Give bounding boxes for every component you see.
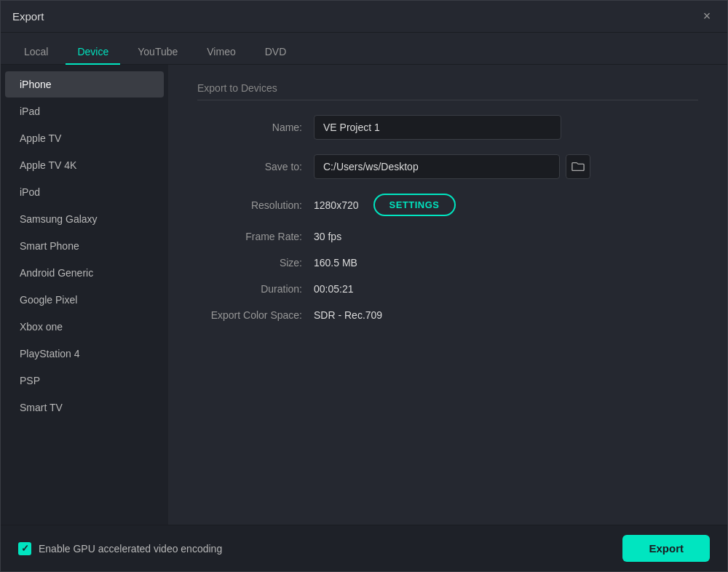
- sidebar-item-apple-tv-4k[interactable]: Apple TV 4K: [5, 152, 164, 178]
- name-row: Name:: [197, 115, 698, 140]
- sidebar-item-ipad[interactable]: iPad: [5, 98, 164, 124]
- settings-button[interactable]: SETTINGS: [373, 194, 456, 216]
- tab-vimeo[interactable]: Vimeo: [195, 40, 247, 65]
- name-input[interactable]: [314, 115, 561, 140]
- sidebar-item-google-pixel[interactable]: Google Pixel: [5, 287, 164, 313]
- tab-local[interactable]: Local: [12, 40, 60, 65]
- gpu-label: Enable GPU accelerated video encoding: [39, 543, 222, 555]
- duration-row: Duration: 00:05:21: [197, 283, 698, 295]
- size-row: Size: 160.5 MB: [197, 257, 698, 269]
- save-to-row: Save to:: [197, 154, 698, 179]
- resolution-control: 1280x720 SETTINGS: [314, 194, 456, 216]
- device-sidebar: iPhone iPad Apple TV Apple TV 4K iPod Sa…: [1, 65, 168, 525]
- export-button[interactable]: Export: [622, 535, 710, 562]
- sidebar-item-android-generic[interactable]: Android Generic: [5, 260, 164, 286]
- sidebar-item-psp[interactable]: PSP: [5, 368, 164, 394]
- duration-label: Duration:: [197, 283, 314, 295]
- color-space-value: SDR - Rec.709: [314, 309, 382, 321]
- resolution-value: 1280x720: [314, 199, 359, 211]
- save-to-input[interactable]: [314, 154, 560, 179]
- size-value: 160.5 MB: [314, 257, 357, 269]
- window-title: Export: [12, 10, 44, 23]
- resolution-row: Resolution: 1280x720 SETTINGS: [197, 194, 698, 216]
- color-space-row: Export Color Space: SDR - Rec.709: [197, 309, 698, 321]
- check-icon: ✓: [21, 543, 29, 554]
- section-title: Export to Devices: [197, 82, 698, 100]
- title-bar: Export ×: [1, 1, 727, 33]
- tab-device[interactable]: Device: [66, 40, 120, 65]
- frame-rate-value: 30 fps: [314, 231, 341, 242]
- sidebar-item-iphone[interactable]: iPhone: [5, 71, 164, 98]
- export-window: Export × Local Device YouTube Vimeo DVD …: [0, 0, 728, 572]
- sidebar-item-smart-phone[interactable]: Smart Phone: [5, 233, 164, 259]
- name-label: Name:: [197, 122, 314, 133]
- duration-value: 00:05:21: [314, 283, 354, 295]
- close-button[interactable]: ×: [698, 8, 716, 25]
- save-to-control: [314, 154, 590, 179]
- bottom-bar: ✓ Enable GPU accelerated video encoding …: [1, 525, 727, 571]
- sidebar-item-playstation-4[interactable]: PlayStation 4: [5, 341, 164, 367]
- frame-rate-label: Frame Rate:: [197, 231, 314, 242]
- browse-folder-button[interactable]: [566, 154, 590, 179]
- color-space-label: Export Color Space:: [197, 309, 314, 321]
- main-panel: Export to Devices Name: Save to:: [168, 65, 727, 525]
- sidebar-item-smart-tv[interactable]: Smart TV: [5, 394, 164, 421]
- tab-dvd[interactable]: DVD: [253, 40, 298, 65]
- tab-bar: Local Device YouTube Vimeo DVD: [1, 33, 727, 65]
- frame-rate-row: Frame Rate: 30 fps: [197, 231, 698, 242]
- sidebar-item-ipod[interactable]: iPod: [5, 179, 164, 205]
- gpu-checkbox[interactable]: ✓: [18, 542, 31, 555]
- resolution-label: Resolution:: [197, 199, 314, 211]
- sidebar-item-xbox-one[interactable]: Xbox one: [5, 314, 164, 340]
- tab-youtube[interactable]: YouTube: [126, 40, 189, 65]
- content-area: iPhone iPad Apple TV Apple TV 4K iPod Sa…: [1, 65, 727, 525]
- sidebar-item-samsung-galaxy[interactable]: Samsung Galaxy: [5, 206, 164, 232]
- gpu-checkbox-row[interactable]: ✓ Enable GPU accelerated video encoding: [18, 542, 222, 555]
- save-to-label: Save to:: [197, 161, 314, 172]
- sidebar-item-apple-tv[interactable]: Apple TV: [5, 125, 164, 151]
- size-label: Size:: [197, 257, 314, 269]
